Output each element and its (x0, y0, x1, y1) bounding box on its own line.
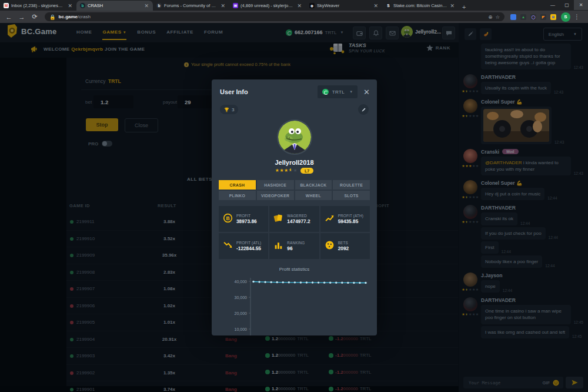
tab-all-bets[interactable]: ALL BETS (187, 177, 212, 182)
profit-amount: -1.2000000TRTL (329, 353, 372, 358)
chat-user-stars: ★★★★★★ (462, 313, 479, 316)
browser-tab[interactable]: ✉ (4,869 unread) - skylerjones84@ ✕ (229, 1, 306, 11)
close-bet-button[interactable]: Close (125, 118, 158, 132)
megaphone-icon (31, 45, 39, 53)
coin-rain-button[interactable] (480, 28, 492, 40)
tab-close-icon[interactable]: ✕ (220, 3, 226, 9)
game-tab-crash[interactable]: CRASH (219, 180, 256, 190)
nav-forum[interactable]: FORUM (204, 29, 223, 35)
messages-button[interactable] (386, 26, 399, 39)
address-bar[interactable]: 🔒 bc.game/crash ⊕ ☆ (45, 12, 505, 21)
chat-avatar[interactable] (463, 297, 477, 311)
chat-username[interactable]: Cranski (481, 149, 499, 155)
kittens-dj-photo[interactable] (483, 109, 549, 142)
game-tab-blackjack[interactable]: BLACKJACK (295, 180, 332, 190)
new-tab-button[interactable]: + (462, 4, 466, 11)
tab-close-icon[interactable]: ✕ (143, 3, 149, 9)
send-button[interactable] (566, 377, 583, 388)
tab-close-icon[interactable]: ✕ (449, 3, 455, 9)
stat-card-profit-atl: PROFIT (ATL)-122844.55 (219, 233, 268, 259)
nav-games[interactable]: GAMES▼ (102, 29, 126, 35)
chat-avatar[interactable] (463, 180, 477, 194)
language-selector[interactable]: English ▼ (543, 28, 582, 41)
blue-ext-icon[interactable] (510, 14, 516, 20)
nav-affiliate[interactable]: AFFILIATE (166, 29, 193, 35)
game-tab-plinko[interactable]: PLINKO (219, 191, 256, 200)
browser-profile-avatar[interactable]: S (561, 12, 570, 22)
browser-menu-icon[interactable]: ⋮ (574, 14, 580, 20)
browser-tab[interactable]: S Stake.com: Bitcoin Casino & Spo ✕ (382, 1, 459, 11)
fox-ext-icon[interactable]: ◤ (540, 14, 546, 20)
tab-close-icon[interactable]: ✕ (373, 3, 379, 9)
gif-button[interactable]: GIF (543, 380, 550, 386)
chat-avatar[interactable] (463, 149, 477, 163)
message-input[interactable] (467, 380, 540, 386)
trophy-badge[interactable]: 3 (220, 105, 238, 114)
balance-selector[interactable]: 662.007166 TRTL ▼ (286, 26, 343, 38)
chat-avatar[interactable] (463, 99, 477, 113)
forward-icon[interactable]: → (15, 14, 28, 21)
trtl-coin-icon (265, 353, 270, 358)
game-tab-hashdice[interactable]: HASHDICE (257, 180, 294, 190)
chat-rules-button[interactable] (465, 28, 476, 40)
notifications-button[interactable] (369, 26, 382, 39)
trtl-coin-icon (265, 336, 270, 341)
maximize-button[interactable]: ▢ (560, 0, 574, 10)
game-tab-slots[interactable]: SLOTS (333, 191, 370, 200)
chat-username[interactable]: DARTHVADER (481, 74, 516, 80)
chat-username[interactable]: DARTHVADER (481, 205, 516, 211)
chat-avatar[interactable] (463, 273, 477, 287)
game-tab-roulette[interactable]: ROULETTE (333, 180, 370, 190)
chat-username[interactable]: DARTHVADER (481, 297, 516, 303)
emoji-icon[interactable] (553, 380, 559, 386)
trtl-coin-icon (286, 29, 292, 36)
wallet-button[interactable] (353, 26, 366, 39)
tasks-banner[interactable]: TASKS SPIN YOUR LUCK (329, 41, 385, 55)
game-tab-videopoker[interactable]: VIDEOPOKER (257, 191, 294, 200)
browser-tab[interactable]: ◆ SkyWeaver ✕ (306, 1, 382, 11)
browser-tab[interactable]: M Inbox (2,238) - skyjones84@gm ✕ (0, 1, 76, 11)
close-window-button[interactable]: ✕ (574, 0, 588, 10)
game-id: 2199903 (76, 353, 95, 358)
page-url: bc.game/crash (59, 14, 91, 19)
chat-username[interactable]: J.Jayson (481, 273, 502, 278)
message-field-wrap[interactable]: GIF (463, 377, 563, 388)
tab-close-icon[interactable]: ✕ (67, 3, 73, 9)
chat-username[interactable]: Colonel Super 💪 (481, 99, 523, 105)
bookmark-star-icon[interactable]: ☆ (495, 14, 500, 20)
chat-username[interactable]: Colonel Super 💪 (481, 180, 523, 186)
bcgame-logo[interactable]: BC.Game (6, 24, 57, 38)
browser-tab[interactable]: b Forums - Community of BC.Gam ✕ (153, 1, 229, 11)
bang-status: Bang (225, 370, 237, 376)
stop-button[interactable]: Stop (86, 118, 118, 131)
bet-input[interactable]: 1.2 (93, 95, 133, 108)
mention-link[interactable]: @DARTHVADER (485, 160, 522, 165)
bets-table-row[interactable]: 2199902 1.35x Bang 1.20000000TRTL -1.200… (66, 364, 458, 381)
refresh-icon[interactable]: ⟳ (28, 13, 41, 21)
chat-avatar[interactable] (463, 74, 477, 88)
modal-close-icon[interactable]: ✕ (363, 88, 370, 97)
bets-table-row[interactable]: 2199901 3.74x Bang 1.20000000TRTL -1.200… (66, 381, 458, 392)
purple-ext-icon[interactable]: ◯ (530, 14, 536, 20)
nav-home[interactable]: HOME (76, 29, 92, 35)
chat-avatar[interactable] (463, 205, 477, 219)
drive-ext-icon[interactable]: ▲ (520, 14, 526, 20)
minimize-button[interactable]: — (546, 0, 560, 10)
dice-icon (325, 240, 335, 253)
rank-link[interactable]: RANK (426, 45, 450, 51)
back-icon[interactable]: ← (2, 14, 15, 21)
pro-toggle[interactable] (102, 141, 112, 147)
chat-toggle-button[interactable] (442, 26, 455, 39)
nav-bonus[interactable]: BONUS (137, 29, 156, 35)
payout-input[interactable]: 29 (178, 95, 213, 108)
page-zoom-icon[interactable]: ⊕ (488, 14, 492, 20)
bets-table-row[interactable]: 2199903 3.42x Bang 1.20000000TRTL -1.200… (66, 347, 458, 364)
currency-value[interactable]: TRTL (108, 78, 121, 84)
game-tab-wheel[interactable]: WHEEL (295, 191, 332, 200)
browser-tab[interactable]: b CRASH ✕ (76, 1, 153, 11)
profile-menu[interactable]: Jellyroll2... ▼ (401, 26, 448, 38)
modal-currency-selector[interactable]: TRTL ▼ (318, 85, 358, 98)
edit-profile-button[interactable] (358, 104, 369, 115)
tab-close-icon[interactable]: ✕ (296, 3, 302, 9)
bsk-ext-icon[interactable]: B (550, 14, 556, 20)
